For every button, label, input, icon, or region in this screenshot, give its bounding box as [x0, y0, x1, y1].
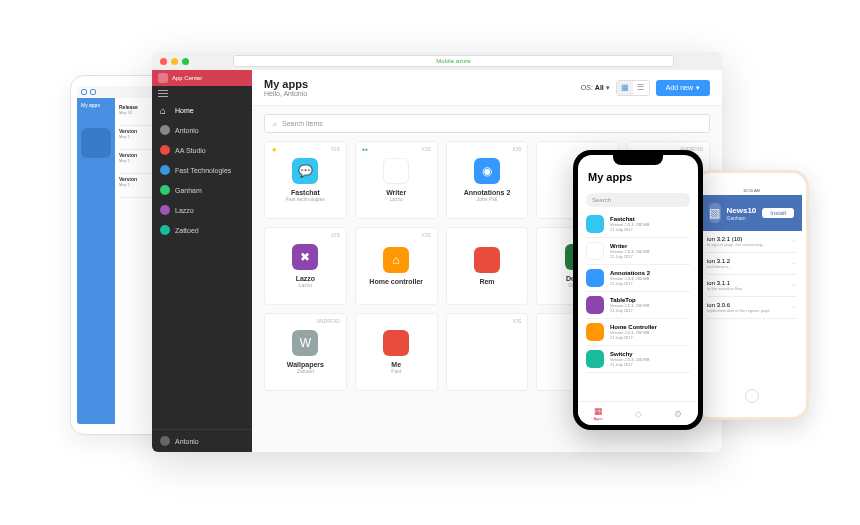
sidebar-item-lazzo[interactable]: Lazzo — [152, 200, 252, 220]
footer-user-label: Antonio — [175, 438, 199, 445]
window-minimize-icon[interactable] — [171, 58, 178, 65]
add-new-button[interactable]: Add new ▾ — [656, 80, 710, 96]
app-card[interactable]: iOS✖LazzoLazzo — [264, 227, 347, 305]
ipx-search-input[interactable]: Search — [586, 193, 690, 207]
sidebar-footer-user[interactable]: Antonio — [152, 429, 252, 452]
sidebar-item-ganham[interactable]: Ganham — [152, 180, 252, 200]
ipx-search-placeholder: Search — [592, 197, 611, 203]
ipx-app-item[interactable]: SwitchyVersion 2.0.3, 200 MB21 July 2017 — [586, 346, 690, 373]
app-icon — [586, 242, 604, 260]
hero-app-icon: ▧ — [709, 203, 721, 223]
version-sub: to sign-in page, the onboarding... — [707, 242, 791, 247]
ipx-app-item[interactable]: Annotations 2Version 2.0.3, 200 MB21 Jul… — [586, 265, 690, 292]
ipad-app-icon[interactable] — [81, 128, 111, 158]
ipx-tabbar: ▦Apps ◇ ⚙ — [578, 401, 698, 425]
app-author: Zattoed — [297, 368, 314, 374]
app-author: Fast technologies — [286, 196, 325, 202]
app-icon — [586, 215, 604, 233]
app-date: 21 July 2017 — [610, 362, 690, 367]
app-card[interactable]: iOS★💬FastchatFast technologies — [264, 141, 347, 219]
version-row[interactable]: ion 3.1.2architecture...⌄ — [707, 253, 796, 275]
app-card[interactable]: iOS — [446, 313, 529, 391]
version-row[interactable]: ion 3.2.1 (10)to sign-in page, the onboa… — [707, 231, 796, 253]
ipx-app-item[interactable]: Home ControllerVersion 2.0.3, 200 MB21 J… — [586, 319, 690, 346]
app-date: 21 July 2017 — [610, 254, 690, 259]
brand-icon — [158, 73, 168, 83]
home-button[interactable] — [745, 389, 759, 403]
nav-back-icon[interactable] — [81, 89, 87, 95]
hamburger-icon — [158, 90, 168, 97]
list-view-button[interactable]: ☰ — [633, 81, 649, 95]
ipx-tab-apps[interactable]: ▦Apps — [578, 402, 618, 425]
notch — [613, 155, 663, 165]
sidebar-brand[interactable]: App Center — [152, 70, 252, 86]
chevron-down-icon: ▾ — [696, 84, 700, 92]
chevron-down-icon: ⌄ — [791, 302, 796, 313]
app-card[interactable]: iOS●●✎WriterLazzo — [355, 141, 438, 219]
app-name: Me — [391, 361, 401, 368]
app-date: 21 July 2017 — [610, 281, 690, 286]
sidebar-item-label: AA Studio — [175, 147, 206, 154]
app-author: Lazzo — [299, 282, 312, 288]
app-card[interactable]: Rem — [446, 227, 529, 305]
ipx-app-item[interactable]: WriterVersion 2.0.3, 200 MB21 July 2017 — [586, 238, 690, 265]
app-icon — [586, 323, 604, 341]
app-name: Fastchat — [291, 189, 320, 196]
version-row[interactable]: ion 3.0.6implementation of the register … — [707, 297, 796, 319]
sidebar-menu-toggle[interactable] — [152, 86, 252, 100]
brand-label: App Center — [172, 75, 202, 81]
sidebar-item-label: Home — [175, 107, 194, 114]
url-bar[interactable]: Mobile.azure — [233, 55, 674, 67]
version-row[interactable]: ion 3.1.1to the invitation flow⌄ — [707, 275, 796, 297]
os-filter[interactable]: OS: All ▾ — [581, 84, 610, 92]
sidebar-item-aa-studio[interactable]: AA Studio — [152, 140, 252, 160]
sidebar-item-label: Antonio — [175, 127, 199, 134]
sidebar-item-home[interactable]: Home — [152, 100, 252, 120]
app-name: Wallpapers — [287, 361, 324, 368]
nav-fwd-icon[interactable] — [90, 89, 96, 95]
ipx-app-item[interactable]: FastchatVersion 2.0.3, 200 MB21 July 201… — [586, 211, 690, 238]
ipx-tab-settings[interactable]: ⚙ — [658, 402, 698, 425]
app-name: Rem — [479, 278, 494, 285]
sidebar-item-antonio[interactable]: Antonio — [152, 120, 252, 140]
sidebar-item-label: Fast Technologies — [175, 167, 231, 174]
version-sub: to the invitation flow — [707, 286, 791, 291]
app-card[interactable]: ANDROIDWWallpapersZattoed — [264, 313, 347, 391]
search-input[interactable]: ⌕ Search items — [264, 114, 710, 133]
install-button[interactable]: Install — [762, 208, 794, 218]
app-date: 21 July 2017 — [610, 227, 690, 232]
chevron-down-icon: ⌄ — [791, 236, 796, 247]
app-icon — [586, 350, 604, 368]
app-icon: 💬 — [292, 158, 318, 184]
diamond-icon: ◇ — [635, 409, 642, 419]
sidebar-item-fast-technologies[interactable]: Fast Technologies — [152, 160, 252, 180]
app-card[interactable]: iOS◉Annotations 2John Pall — [446, 141, 529, 219]
ipx-title: My apps — [588, 171, 688, 183]
app-date: 21 July 2017 — [610, 308, 690, 313]
app-icon: ◉ — [474, 158, 500, 184]
app-author: Fast — [391, 368, 401, 374]
window-maximize-icon[interactable] — [182, 58, 189, 65]
iphonex-screen: My apps Search FastchatVersion 2.0.3, 20… — [578, 155, 698, 425]
os-badge: iOS — [422, 232, 431, 238]
sidebar-item-label: Lazzo — [175, 207, 194, 214]
chevron-down-icon: ⌄ — [791, 280, 796, 291]
sidebar-item-zattoed[interactable]: Zattoed — [152, 220, 252, 240]
app-icon: W — [292, 330, 318, 356]
os-badge: iOS — [331, 146, 340, 152]
app-icon: ✎ — [383, 158, 409, 184]
window-close-icon[interactable] — [160, 58, 167, 65]
grid-view-button[interactable]: ▦ — [617, 81, 633, 95]
ipx-tab-2[interactable]: ◇ — [618, 402, 658, 425]
app-name: Home controller — [369, 278, 423, 285]
os-badge: iOS — [513, 318, 522, 324]
ipx-app-item[interactable]: TableTopVersion 2.0.3, 200 MB21 July 201… — [586, 292, 690, 319]
app-author: Lazzo — [390, 196, 403, 202]
search-placeholder: Search items — [282, 120, 323, 127]
app-icon — [586, 269, 604, 287]
app-card[interactable]: MeFast — [355, 313, 438, 391]
org-icon — [160, 145, 170, 155]
iphone-screen: 10:26 AM ▧ News10 Ganham Install ion 3.2… — [701, 187, 802, 387]
app-card[interactable]: iOS⌂Home controller — [355, 227, 438, 305]
sidebar: App Center HomeAntonioAA StudioFast Tech… — [152, 70, 252, 452]
